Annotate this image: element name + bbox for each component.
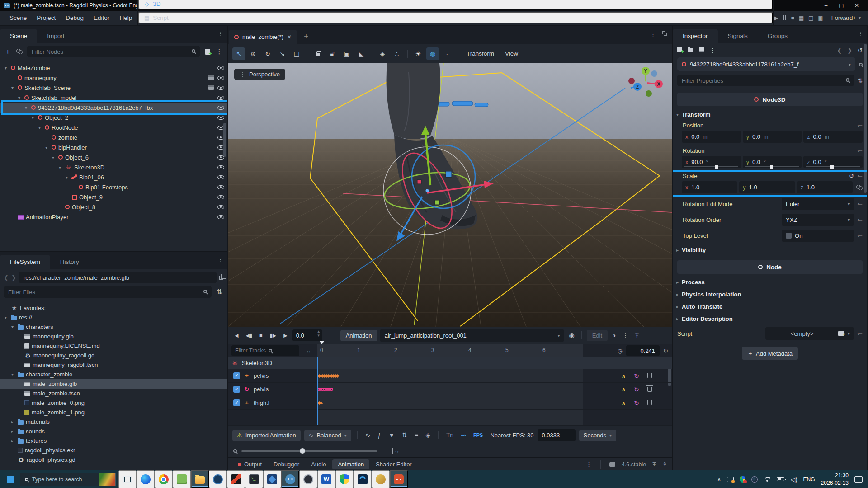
pin-bottom-panel-icon[interactable]: Ŧ: [652, 461, 656, 468]
app-icon-gold-app[interactable]: [372, 470, 390, 488]
file-tree-row[interactable]: ▾ res://: [0, 313, 227, 322]
tool-select[interactable]: ↖: [232, 47, 245, 60]
group-node-icon[interactable]: ▣: [340, 47, 353, 60]
position-x-field[interactable]: x0.0m: [682, 131, 741, 143]
snap-object-icon[interactable]: ◈: [376, 47, 389, 60]
scene-tree-row[interactable]: ▾ Object_2: [0, 113, 227, 122]
attach-script-button[interactable]: [203, 49, 212, 55]
track-collapse-icon[interactable]: ∧: [622, 400, 626, 406]
key-icon[interactable]: ⊸: [858, 147, 863, 154]
wifi-icon[interactable]: [764, 477, 771, 482]
track-enabled-checkbox[interactable]: ✓: [233, 372, 240, 379]
track-wrap-icon[interactable]: ↻: [634, 399, 639, 407]
onion-skinning-icon[interactable]: ◑: [610, 332, 618, 339]
expand-arrow-icon[interactable]: ▾: [50, 155, 56, 160]
sort-files-icon[interactable]: ⇅: [215, 288, 223, 296]
key-icon[interactable]: ⊸: [858, 173, 863, 179]
edit-animation-button[interactable]: Edit: [587, 330, 608, 341]
animation-track-row[interactable]: ✓ + pelvis ∧ ↻: [228, 369, 672, 383]
expand-viewport-icon[interactable]: [662, 31, 667, 36]
tray-steam-icon[interactable]: [751, 476, 758, 483]
ruler-icon[interactable]: ◣: [355, 47, 368, 60]
go-to-start-icon[interactable]: ◀: [232, 331, 241, 340]
viewport-3d[interactable]: ⋮ Perspective Y X Z: [228, 63, 672, 327]
minimize-button[interactable]: –: [818, 0, 834, 11]
action-center-icon[interactable]: [854, 476, 863, 483]
nav-forward-icon[interactable]: ❯: [11, 274, 16, 281]
play-button[interactable]: ▶: [774, 15, 778, 21]
scale-z-field[interactable]: z1.0: [797, 181, 853, 193]
stop-animation-icon[interactable]: ■: [257, 331, 265, 340]
app-icon-edge[interactable]: [137, 470, 155, 488]
bottom-panel-tab[interactable]: Animation: [332, 459, 369, 469]
expand-arrow-icon[interactable]: ▾: [9, 324, 15, 329]
visibility-eye-icon[interactable]: [217, 96, 224, 100]
menu-item[interactable]: Help: [114, 11, 137, 25]
track-wrap-icon[interactable]: ↻: [634, 372, 639, 380]
filter-tracks-input[interactable]: Filter Tracks: [231, 345, 299, 356]
expand-bottom-panel-icon[interactable]: ↟: [662, 461, 667, 468]
dock-tab[interactable]: FileSystem: [0, 255, 50, 269]
group-tracks-icon[interactable]: ≡: [413, 432, 420, 439]
view-menu[interactable]: View: [500, 50, 523, 57]
file-tree-row[interactable]: ragdoll_physics.exr: [0, 446, 227, 455]
axis-z-icon[interactable]: Z: [633, 83, 642, 91]
taskbar-clock[interactable]: 21:30 2026-02-13: [821, 472, 849, 486]
loop-animation-icon[interactable]: ↻: [663, 347, 668, 354]
file-tree-row[interactable]: male_zombie.glb: [0, 379, 227, 389]
tray-screen-icon[interactable]: [727, 477, 734, 482]
app-icon-velocity[interactable]: [354, 470, 372, 488]
step-value-input[interactable]: 0.0333: [538, 429, 576, 441]
current-path[interactable]: res://character_zombie/male_zombie.glb: [19, 272, 217, 283]
bottom-panel-tab[interactable]: Output: [232, 459, 267, 469]
timeline-playhead[interactable]: [317, 357, 318, 425]
add-metadata-button[interactable]: ＋ Add Metadata: [742, 347, 798, 360]
menu-item[interactable]: Debug: [61, 11, 89, 25]
tool-rotate[interactable]: ↻: [261, 47, 274, 60]
play-animation-icon[interactable]: ▮▶: [268, 331, 279, 340]
rotation-y-field[interactable]: y0.0°: [743, 156, 802, 168]
scene-tree-row[interactable]: ▾ Sketchfab_model: [0, 93, 227, 103]
axis-neg-z-icon[interactable]: [651, 70, 657, 77]
expand-arrow-icon[interactable]: ▾: [23, 105, 29, 110]
lock-node-icon[interactable]: [311, 47, 324, 60]
tool-list-select[interactable]: ▤: [290, 47, 303, 60]
sort-tracks-icon[interactable]: ⇅: [400, 432, 409, 439]
close-button[interactable]: ✕: [849, 0, 864, 11]
scene-tree-row[interactable]: Object_9: [0, 192, 227, 202]
instantiate-scene-button[interactable]: [15, 49, 24, 54]
history-forward-icon[interactable]: ❯: [847, 47, 852, 54]
visibility-eye-icon[interactable]: [217, 215, 224, 219]
collapsed-section[interactable]: ▸Auto Translate: [673, 300, 867, 312]
app-icon-notepad[interactable]: [173, 470, 191, 488]
delete-track-icon[interactable]: [647, 387, 652, 392]
file-tree-row[interactable]: mannequiny.glb: [0, 332, 227, 341]
menu-item[interactable]: Project: [32, 11, 61, 25]
open-docs-icon[interactable]: [859, 61, 863, 68]
visibility-eye-icon[interactable]: [217, 205, 224, 209]
file-tree-row[interactable]: mannequiny_ragdoll.tscn: [0, 360, 227, 370]
visibility-eye-icon[interactable]: [217, 76, 224, 80]
app-icon-defender[interactable]: [335, 470, 354, 488]
delete-track-icon[interactable]: [647, 373, 652, 378]
section-visibility[interactable]: ▸Visibility: [673, 244, 867, 256]
app-icon-explorer[interactable]: [191, 470, 209, 488]
function-icon[interactable]: ƒ: [376, 432, 383, 439]
scene-tree-row[interactable]: ▾ Sketchfab_Scene: [0, 83, 227, 93]
visibility-eye-icon[interactable]: [217, 165, 224, 169]
dock-tab[interactable]: History: [50, 255, 89, 269]
filter-properties-input[interactable]: [677, 75, 854, 86]
scene-tree-row[interactable]: mannequiny: [0, 73, 227, 83]
tool-move[interactable]: ⊕: [247, 47, 259, 60]
checkbox-icon[interactable]: [786, 233, 792, 239]
maximize-button[interactable]: ▢: [834, 0, 849, 11]
keyframes[interactable]: [319, 383, 333, 396]
filter-funnel-icon[interactable]: ▼: [387, 432, 396, 439]
autoplay-on-load-icon[interactable]: ◉: [567, 332, 576, 339]
dock-options-icon[interactable]: ⋮: [217, 30, 223, 37]
time-unit-dropdown[interactable]: Seconds ▾: [579, 430, 617, 441]
dock-options-icon[interactable]: ⋮: [858, 30, 863, 37]
visibility-eye-icon[interactable]: [217, 195, 224, 199]
class-header-node3d[interactable]: Node3D: [677, 93, 863, 106]
stop-button[interactable]: ■: [791, 15, 794, 21]
